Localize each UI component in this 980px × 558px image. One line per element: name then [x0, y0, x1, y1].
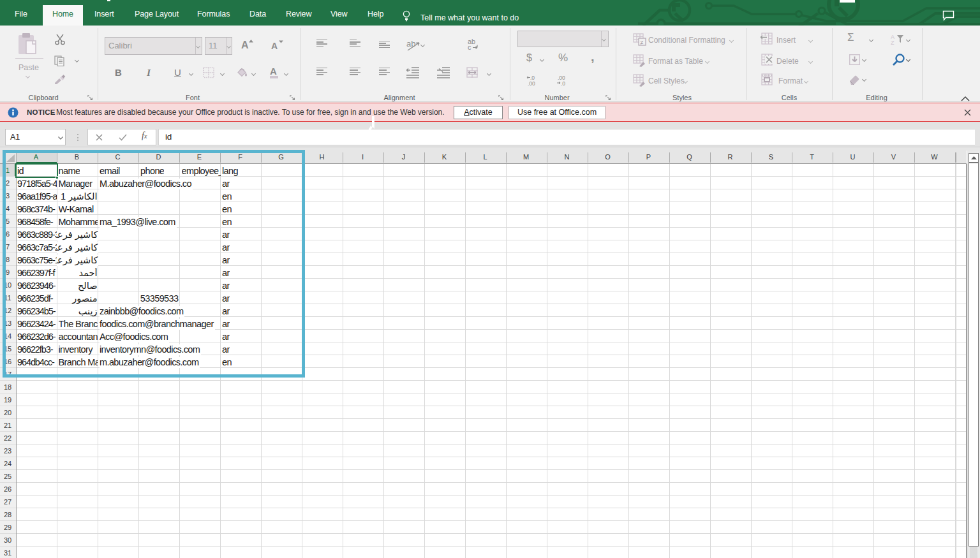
svg-text:≠: ≠	[641, 40, 644, 46]
svg-text:ab: ab	[406, 39, 415, 48]
svg-text:.0: .0	[561, 80, 565, 86]
svg-text:.00: .00	[528, 80, 535, 86]
svg-text:c: c	[468, 43, 471, 50]
svg-text:Z: Z	[891, 40, 895, 45]
